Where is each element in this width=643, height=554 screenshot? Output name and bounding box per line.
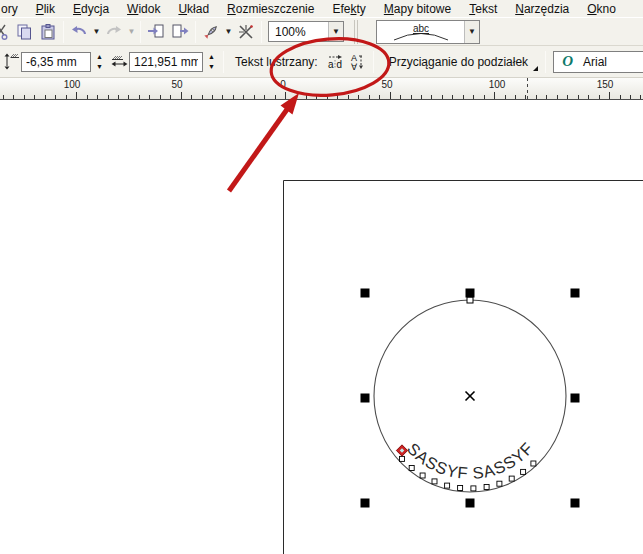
letter-node-handle[interactable] — [445, 483, 450, 488]
letter-node-handle[interactable] — [531, 461, 536, 466]
ruler-label: 150 — [597, 79, 614, 90]
letter-node-handle[interactable] — [420, 473, 425, 478]
ruler-tick — [358, 95, 359, 99]
ruler-tick — [118, 95, 119, 99]
text-start-handle[interactable] — [396, 445, 407, 456]
handle-middle-right[interactable] — [571, 394, 580, 403]
toolbar-separator — [195, 21, 196, 43]
undo-button[interactable] — [67, 20, 91, 44]
zoom-level-combo[interactable]: 100% ▼ — [268, 21, 344, 42]
ruler-tick — [170, 95, 171, 99]
toolbar-separator — [63, 21, 64, 43]
handle-bottom-left[interactable] — [361, 499, 370, 508]
menu-item-rozmieszczenie[interactable]: Rozmieszczenie — [218, 2, 323, 16]
letter-node-handle[interactable] — [458, 486, 463, 491]
letter-node-handle[interactable] — [400, 456, 405, 461]
horizontal-offset-input[interactable] — [129, 52, 203, 72]
snap-to-ticks-button[interactable]: Przyciąganie do podziałek — [379, 50, 540, 74]
mirror-vertical-icon: A∀ — [349, 53, 367, 71]
redo-dropdown-arrow[interactable]: ▼ — [126, 20, 137, 44]
redo-icon — [105, 23, 123, 41]
import-icon — [147, 23, 165, 41]
preset-dropdown-arrow[interactable]: ▼ — [464, 21, 479, 43]
offset-spinner[interactable]: ▲ ▼ — [205, 52, 218, 72]
distance-from-path-input[interactable] — [21, 52, 91, 72]
ruler-tick — [66, 95, 67, 99]
letter-node-handle[interactable] — [484, 485, 489, 490]
menu-item-mapy-bitowe[interactable]: Mapy bitowe — [375, 2, 460, 16]
rocket-icon — [202, 23, 220, 41]
ruler-tick — [505, 95, 506, 99]
menu-item-okno[interactable]: Okno — [578, 2, 625, 16]
ruler-tick — [243, 95, 244, 99]
zoom-dropdown-arrow[interactable]: ▼ — [328, 22, 343, 41]
letter-node-handle[interactable] — [432, 479, 437, 484]
ruler-tick — [484, 95, 485, 99]
spinner-up-icon[interactable]: ▲ — [205, 52, 218, 62]
paste-button[interactable] — [36, 20, 60, 44]
handle-bottom-right[interactable] — [571, 499, 580, 508]
copy-button[interactable] — [12, 20, 36, 44]
letter-node-handle[interactable] — [521, 469, 526, 474]
ruler-label: 100 — [489, 79, 506, 90]
menu-item-uk-ad[interactable]: Układ — [169, 2, 218, 16]
launcher-dropdown-arrow[interactable]: ▼ — [223, 20, 234, 44]
menu-item-tekst[interactable]: Tekst — [460, 2, 506, 16]
font-name-value: Arial — [583, 55, 607, 69]
distance-spinner[interactable]: ▲ ▼ — [93, 52, 106, 72]
handle-top-center[interactable] — [466, 289, 475, 298]
menu-item-ory[interactable]: ory — [0, 2, 27, 16]
menu-item-narz-dzia[interactable]: Narzędzia — [506, 2, 578, 16]
paste-icon — [39, 23, 57, 41]
menu-item-widok[interactable]: Widok — [118, 2, 169, 16]
ruler-tick — [452, 95, 453, 99]
ruler-tick — [337, 95, 338, 99]
text-on-path-preset-combo[interactable]: abc ▼ — [376, 20, 480, 44]
circle-top-node[interactable] — [467, 297, 473, 303]
spinner-down-icon[interactable]: ▼ — [205, 62, 218, 72]
letter-node-handle[interactable] — [471, 486, 476, 491]
ruler-tick — [233, 95, 234, 99]
mirror-text-vertical-button[interactable]: A∀ — [349, 52, 368, 71]
application-launcher-button[interactable] — [199, 20, 223, 44]
ruler-label: 50 — [381, 79, 392, 90]
whats-new-button[interactable] — [234, 20, 258, 44]
ruler-tick — [254, 95, 255, 99]
handle-top-left[interactable] — [361, 289, 370, 298]
font-list-combo[interactable]: O Arial — [553, 51, 643, 73]
export-button[interactable] — [168, 20, 192, 44]
svg-text:abc: abc — [412, 23, 428, 34]
import-button[interactable] — [144, 20, 168, 44]
toolbar-separator — [354, 20, 358, 44]
mirror-text-horizontal-button[interactable]: ab — [326, 52, 345, 71]
flyout-triangle-icon — [533, 66, 538, 71]
horizontal-ruler[interactable]: 10050050100150 — [0, 78, 643, 100]
toolbar-separator — [140, 21, 141, 43]
spinner-down-icon[interactable]: ▼ — [93, 62, 106, 72]
handle-bottom-center[interactable] — [466, 499, 475, 508]
abc-curve-icon: abc — [377, 21, 464, 43]
letter-node-handle[interactable] — [409, 466, 414, 471]
ruler-tick — [181, 92, 182, 99]
letter-node-handle[interactable] — [497, 481, 502, 486]
undo-dropdown-arrow[interactable]: ▼ — [91, 20, 102, 44]
handle-top-right[interactable] — [571, 289, 580, 298]
letter-node-handle[interactable] — [509, 476, 514, 481]
ruler-tick — [34, 95, 35, 99]
drawing-canvas[interactable]: SASSYF SASSYF — [0, 100, 643, 554]
menu-item-edycja[interactable]: Edycja — [64, 2, 118, 16]
ruler-tick — [55, 95, 56, 99]
cut-button[interactable] — [0, 20, 12, 44]
ruler-tick — [128, 95, 129, 99]
redo-button[interactable] — [102, 20, 126, 44]
ruler-tick — [599, 95, 600, 99]
menu-item-plik[interactable]: Plik — [27, 2, 64, 16]
ruler-tick — [473, 95, 474, 99]
spinner-up-icon[interactable]: ▲ — [93, 52, 106, 62]
ruler-tick — [369, 95, 370, 99]
propbar-separator — [545, 51, 546, 73]
ruler-tick — [620, 95, 621, 99]
ruler-tick — [411, 95, 412, 99]
menu-item-efekty[interactable]: Efekty — [323, 2, 374, 16]
handle-middle-left[interactable] — [361, 394, 370, 403]
